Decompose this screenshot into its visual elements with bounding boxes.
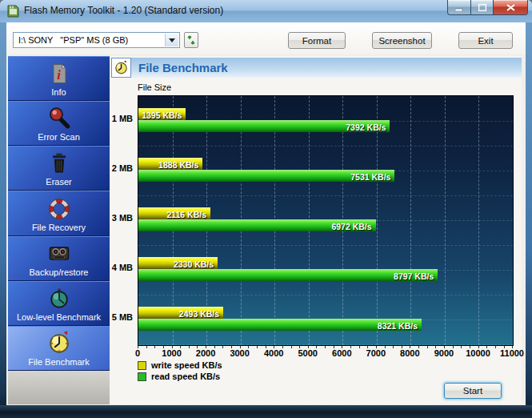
bar-value-label: 1888 KB/s xyxy=(158,160,202,170)
sidebar-item-label: Low-level Benchmark xyxy=(17,312,101,322)
chart-legend: write speed KB/s read speed KB/s xyxy=(138,360,222,382)
sidebar-empty-area xyxy=(8,371,110,404)
category-label: 5 MB xyxy=(109,312,133,322)
bar-value-label: 2330 KB/s xyxy=(174,259,218,269)
legend-label: write speed KB/s xyxy=(151,360,222,370)
backup-restore-icon xyxy=(46,241,72,267)
refresh-icon xyxy=(186,34,196,46)
bar-value-label: 2493 KB/s xyxy=(179,309,223,319)
stopwatch-icon xyxy=(111,58,131,78)
bar-value-label: 7392 KB/s xyxy=(346,123,390,132)
write-speed-swatch xyxy=(138,361,146,370)
sidebar-item-file-benchmark[interactable]: File Benchmark xyxy=(8,326,110,371)
y-axis-labels: 1 MB2 MB3 MB4 MB5 MB xyxy=(110,95,134,344)
x-tick-label: 5000 xyxy=(298,348,317,358)
y-axis-title: File Size xyxy=(138,82,171,92)
x-tick-label: 9000 xyxy=(434,348,454,358)
category-label: 4 MB xyxy=(109,263,133,272)
device-select-value: I:\ SONY "PSP" MS (8 GB) xyxy=(18,35,128,45)
write-speed-bar: 2493 KB/s xyxy=(138,307,223,319)
read-speed-swatch xyxy=(138,372,146,381)
window-frame-bottom xyxy=(0,405,532,418)
x-tick-label: 10000 xyxy=(466,348,490,358)
read-speed-bar: 6972 KB/s xyxy=(138,219,376,231)
screenshot-button[interactable]: Screenshot xyxy=(372,32,432,49)
x-tick-label: 8000 xyxy=(400,348,419,358)
device-select[interactable]: I:\ SONY "PSP" MS (8 GB) xyxy=(13,32,180,48)
benchmark-chart: 1395 KB/s7392 KB/s1888 KB/s7531 KB/s2116… xyxy=(138,95,514,346)
sidebar-item-file-recovery[interactable]: File Recovery xyxy=(8,191,110,235)
file-recovery-icon xyxy=(46,196,72,222)
start-button[interactable]: Start xyxy=(444,383,502,399)
write-speed-bar: 2116 KB/s xyxy=(138,207,210,219)
minimize-button[interactable] xyxy=(447,0,471,15)
dropdown-arrow-icon[interactable] xyxy=(165,34,178,46)
write-speed-bar: 1888 KB/s xyxy=(138,158,202,170)
memory-card-icon xyxy=(6,4,20,18)
sidebar-item-label: File Benchmark xyxy=(28,357,89,367)
exit-button[interactable]: Exit xyxy=(458,32,513,49)
legend-row-read: read speed KB/s xyxy=(138,371,222,382)
x-tick-label: 3000 xyxy=(230,348,249,358)
read-speed-bar: 8321 KB/s xyxy=(138,319,422,331)
sidebar-item-label: Eraser xyxy=(46,177,71,187)
sidebar-item-low-level-benchmark[interactable]: Low-level Benchmark xyxy=(8,281,110,326)
gridline xyxy=(138,146,513,147)
file-benchmark-icon xyxy=(46,329,73,356)
maximize-icon xyxy=(478,4,486,11)
bar-value-label: 8797 KB/s xyxy=(394,271,438,281)
read-speed-bar: 7531 KB/s xyxy=(138,170,394,182)
legend-label: read speed KB/s xyxy=(151,372,220,381)
x-tick-label: 11000 xyxy=(500,348,524,358)
read-speed-bar: 8797 KB/s xyxy=(138,269,438,281)
window-title: Flash Memory Toolkit - 1.20 (Standard ve… xyxy=(24,5,223,16)
title-bar[interactable]: Flash Memory Toolkit - 1.20 (Standard ve… xyxy=(0,0,532,22)
x-tick-label: 0 xyxy=(135,348,140,358)
category-label: 2 MB xyxy=(109,163,133,173)
legend-row-write: write speed KB/s xyxy=(138,360,222,371)
x-tick-label: 1000 xyxy=(162,348,181,358)
bar-value-label: 8321 KB/s xyxy=(378,321,422,331)
low-level-benchmark-icon xyxy=(46,286,72,311)
sidebar-item-label: File Recovery xyxy=(32,223,86,232)
read-speed-bar: 7392 KB/s xyxy=(138,120,390,132)
write-speed-bar: 1395 KB/s xyxy=(138,108,186,120)
bar-value-label: 7531 KB/s xyxy=(350,172,394,182)
panel-title: File Benchmark xyxy=(138,61,228,74)
x-tick-label: 2000 xyxy=(196,348,215,358)
format-button[interactable]: Format xyxy=(288,32,346,49)
bar-value-label: 1395 KB/s xyxy=(142,111,186,120)
write-speed-bar: 2330 KB/s xyxy=(138,257,218,269)
maximize-button[interactable] xyxy=(471,0,494,15)
x-tick-label: 7000 xyxy=(366,348,386,358)
close-icon xyxy=(506,4,515,11)
x-tick-label: 4000 xyxy=(264,348,283,358)
bar-value-label: 6972 KB/s xyxy=(331,222,375,231)
info-icon: i xyxy=(46,61,72,86)
refresh-button[interactable] xyxy=(184,32,198,48)
sidebar-item-backup-restore[interactable]: Backup/restore xyxy=(8,236,110,281)
error-scan-icon xyxy=(46,106,72,131)
sidebar-item-info[interactable]: i Info xyxy=(8,56,110,101)
svg-text:i: i xyxy=(57,67,61,82)
window-controls xyxy=(447,0,528,15)
gridline xyxy=(138,245,513,246)
minimize-icon xyxy=(455,4,463,11)
sidebar-item-label: Info xyxy=(51,87,66,97)
category-label: 1 MB xyxy=(109,114,133,123)
sidebar-item-error-scan[interactable]: Error Scan xyxy=(8,101,110,146)
gridline xyxy=(138,195,513,196)
close-button[interactable] xyxy=(494,0,528,15)
sidebar-nav: i Info Error Scan Eraser xyxy=(8,56,110,371)
sidebar-item-label: Backup/restore xyxy=(30,267,89,277)
app-window: Flash Memory Toolkit - 1.20 (Standard ve… xyxy=(0,0,532,418)
eraser-icon xyxy=(46,151,72,176)
x-axis-labels: 0100020003000400050006000700080009000100… xyxy=(138,348,512,359)
sidebar-item-eraser[interactable]: Eraser xyxy=(8,146,110,191)
x-tick-label: 6000 xyxy=(332,348,351,358)
bar-value-label: 2116 KB/s xyxy=(166,210,210,219)
gridline xyxy=(138,344,513,345)
sidebar-item-label: Error Scan xyxy=(38,132,80,142)
gridline xyxy=(138,295,513,295)
category-label: 3 MB xyxy=(109,213,133,223)
